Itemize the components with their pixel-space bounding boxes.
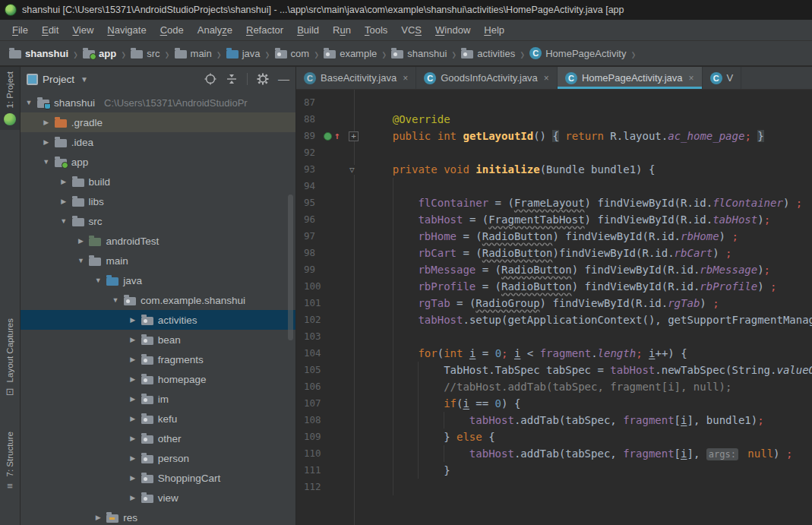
menu-item-run[interactable]: Run [327, 22, 357, 38]
close-icon[interactable]: × [689, 73, 694, 84]
tree-item--idea[interactable]: ▶.idea [21, 132, 295, 152]
collapsed-arrow-icon[interactable]: ▶ [60, 198, 68, 205]
code-line[interactable]: 95 flContainer = (FrameLayout) findViewB… [296, 195, 812, 211]
toolstrip-tab-7-structure[interactable]: 7: Structure≡ [0, 427, 20, 495]
code-line[interactable]: 87 [296, 94, 812, 111]
collapsed-arrow-icon[interactable]: ▶ [129, 316, 137, 324]
collapsed-arrow-icon[interactable]: ▶ [43, 119, 50, 126]
close-icon[interactable]: × [544, 73, 549, 84]
locate-file-icon[interactable] [204, 73, 216, 85]
breadcrumb-item-shanshui[interactable]: shanshui [8, 46, 70, 61]
collapsed-arrow-icon[interactable]: ▶ [129, 494, 137, 501]
code-line[interactable]: 109 } else { [296, 429, 812, 445]
toolstrip-tab-1-project[interactable]: 1: Project [0, 67, 20, 130]
tab-baseacitivity-java[interactable]: CBaseAcitivity.java× [296, 67, 416, 89]
tree-item-view[interactable]: ▶view [21, 488, 295, 508]
collapsed-arrow-icon[interactable]: ▶ [77, 237, 84, 245]
gear-icon[interactable] [257, 73, 269, 85]
code-line[interactable]: 94 [296, 178, 812, 195]
expanded-arrow-icon[interactable]: ▼ [77, 257, 84, 264]
code-line[interactable]: 99 rbMessage = (RadioButton) findViewByI… [296, 261, 812, 278]
code-line[interactable]: 105 TabHost.TabSpec tabSpec = tabHost.ne… [296, 362, 812, 378]
tree-item-main[interactable]: ▼main [21, 251, 295, 270]
tree-item-build[interactable]: ▶build [21, 172, 295, 191]
tree-item-fragments[interactable]: ▶fragments [21, 349, 295, 369]
code-line[interactable]: 102 tabHost.setup(getApplicationContext(… [296, 312, 812, 328]
close-icon[interactable]: × [403, 73, 408, 84]
menu-item-refactor[interactable]: Refactor [240, 22, 289, 38]
tree-item-im[interactable]: ▶im [21, 389, 295, 409]
implements-arrow-icon[interactable]: ↑ [334, 128, 340, 144]
menu-item-build[interactable]: Build [291, 22, 325, 38]
breadcrumb-item-main[interactable]: main [173, 46, 213, 61]
tree-item-app[interactable]: ▼app [21, 152, 295, 172]
menu-item-file[interactable]: File [6, 22, 34, 38]
code-line[interactable]: 106 //tabHost.addTab(tabSpec, fragment[i… [296, 378, 812, 395]
code-line[interactable]: 92 [296, 144, 812, 161]
code-line[interactable]: 103 [296, 328, 812, 345]
tree-item-kefu[interactable]: ▶kefu [21, 409, 295, 429]
collapsed-arrow-icon[interactable]: ▶ [43, 138, 50, 146]
collapsed-arrow-icon[interactable]: ▶ [129, 454, 137, 462]
collapse-all-icon[interactable] [226, 73, 238, 85]
code-line[interactable]: 98 rbCart = (RadioButton)findViewById(R.… [296, 245, 812, 261]
tab-homepageactivity-java[interactable]: CHomePageActivity.java× [558, 67, 703, 89]
collapsed-arrow-icon[interactable]: ▶ [94, 514, 102, 521]
breadcrumb-item-shanshui[interactable]: shanshui [390, 46, 448, 61]
code-line[interactable]: 96 tabHost = (FragmentTabHost) findViewB… [296, 211, 812, 228]
collapsed-arrow-icon[interactable]: ▶ [129, 395, 137, 403]
breadcrumb-item-homepageactivity[interactable]: CHomePageActivity [528, 46, 627, 61]
breadcrumb-item-java[interactable]: java [225, 46, 262, 61]
tree-item-shanshui[interactable]: ▼shanshuiC:\Users\15371\AndroidStudioPr [21, 93, 295, 112]
tab-goodsinfoactivity-java[interactable]: CGoodsInfoActivity.java× [416, 67, 558, 89]
code-line[interactable]: 112 [296, 479, 812, 495]
collapsed-arrow-icon[interactable]: ▶ [129, 474, 137, 482]
tree-item-res[interactable]: ▶res [21, 508, 295, 525]
code-line[interactable]: 111 } [296, 462, 812, 479]
collapsed-arrow-icon[interactable]: ▶ [60, 178, 68, 185]
tree-item-src[interactable]: ▼src [21, 211, 295, 231]
code-line[interactable]: 100 rbProfile = (RadioButton) findViewBy… [296, 278, 812, 295]
tree-item-com-example-shanshui[interactable]: ▼com.example.shanshui [21, 290, 295, 310]
code-line[interactable]: 101 rgTab = (RadioGroup) findViewById(R.… [296, 295, 812, 312]
chevron-down-icon[interactable]: ▼ [81, 75, 88, 84]
code-line[interactable]: 97 rbHome = (RadioButton) findViewById(R… [296, 228, 812, 245]
menu-item-analyze[interactable]: Analyze [191, 22, 239, 38]
menu-item-tools[interactable]: Tools [359, 22, 393, 38]
fold-expand-icon[interactable]: + [349, 131, 359, 141]
code-editor[interactable]: 8788 @Override89↑+ public int getLayoutI… [296, 90, 812, 525]
tree-item-person[interactable]: ▶person [21, 448, 295, 468]
code-line[interactable]: 89↑+ public int getLayoutId() { return R… [296, 128, 812, 144]
tree-item-bean[interactable]: ▶bean [21, 330, 295, 349]
collapsed-arrow-icon[interactable]: ▶ [129, 375, 137, 383]
override-marker-icon[interactable] [324, 132, 332, 141]
breadcrumb-item-example[interactable]: example [322, 46, 378, 61]
tree-item-other[interactable]: ▶other [21, 429, 295, 448]
expanded-arrow-icon[interactable]: ▼ [60, 217, 68, 225]
collapsed-arrow-icon[interactable]: ▶ [129, 415, 137, 422]
expanded-arrow-icon[interactable]: ▼ [112, 296, 119, 304]
expanded-arrow-icon[interactable]: ▼ [43, 158, 50, 166]
code-line[interactable]: 93▽ private void initialize(Bundle bundl… [296, 161, 812, 178]
menu-item-navigate[interactable]: Navigate [101, 22, 152, 38]
menu-item-help[interactable]: Help [478, 22, 510, 38]
breadcrumb-item-com[interactable]: com [273, 46, 311, 61]
collapsed-arrow-icon[interactable]: ▶ [129, 336, 137, 343]
code-line[interactable]: 107 if(i == 0) { [296, 395, 812, 412]
breadcrumb-item-activities[interactable]: activities [460, 46, 517, 61]
tab-v[interactable]: CV [703, 67, 742, 89]
collapsed-arrow-icon[interactable]: ▶ [129, 356, 137, 363]
menu-item-vcs[interactable]: VCS [395, 22, 428, 38]
breadcrumb-item-app[interactable]: app [81, 46, 118, 61]
breadcrumb-item-src[interactable]: src [129, 46, 161, 61]
tree-item-homepage[interactable]: ▶homepage [21, 369, 295, 389]
tree-item-activities[interactable]: ▶activities [21, 310, 295, 330]
tree-item-androidtest[interactable]: ▶androidTest [21, 231, 295, 251]
menu-item-edit[interactable]: Edit [36, 22, 65, 38]
menu-item-code[interactable]: Code [154, 22, 190, 38]
tree-item--gradle[interactable]: ▶.gradle [21, 112, 295, 132]
expanded-arrow-icon[interactable]: ▼ [25, 99, 33, 106]
code-line[interactable]: 88 @Override [296, 111, 812, 128]
fold-collapse-icon[interactable]: ▽ [349, 165, 355, 175]
code-line[interactable]: 110 tabHost.addTab(tabSpec, fragment[i],… [296, 445, 812, 462]
